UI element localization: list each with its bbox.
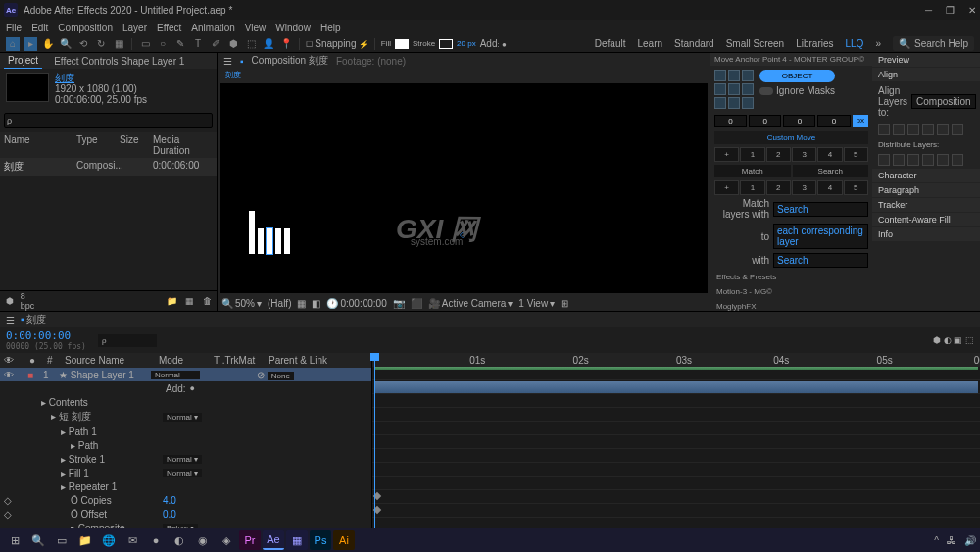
ws-active[interactable]: LLQ (846, 38, 864, 49)
menu-file[interactable]: File (6, 23, 22, 33)
app2-icon[interactable]: ◉ (192, 530, 214, 550)
ae-icon[interactable]: Ae (263, 530, 284, 550)
tl-tab[interactable]: ▪ 刻度 (21, 313, 46, 326)
trash-icon[interactable]: 🗑 (200, 294, 214, 308)
layer-row[interactable]: 👁■ 1 ★ Shape Layer 1 Normal ⊘ None (0, 368, 371, 381)
match-button[interactable]: Match (714, 165, 791, 177)
align-panel[interactable]: Align (872, 68, 980, 81)
tab-footage[interactable]: Footage: (none) (336, 56, 406, 67)
slot-4[interactable]: 4 (817, 147, 842, 162)
dist-4-icon[interactable] (922, 154, 934, 166)
ws-default[interactable]: Default (595, 38, 626, 49)
tray-net-icon[interactable]: 🖧 (947, 535, 956, 546)
comp-name[interactable]: 刻度 (55, 73, 147, 83)
grid-icon[interactable]: ▦ (297, 298, 306, 309)
tray-vol-icon[interactable]: 🔊 (964, 535, 976, 546)
timecode[interactable]: 0:00:00:00 (6, 329, 86, 342)
snap-toggle[interactable]: ☐ Snapping ⚡ (306, 38, 368, 49)
mslot-3[interactable]: 3 (792, 180, 816, 195)
timeline-tracks[interactable]: 01s 02s 03s 04s 05s 06s (372, 353, 980, 531)
shape-bars[interactable] (249, 211, 290, 254)
mail-icon[interactable]: ✉ (122, 530, 143, 550)
brush-tool[interactable]: ✐ (209, 37, 222, 51)
tl-search[interactable]: ρ (98, 334, 157, 347)
to-select[interactable]: each corresponding layer (773, 224, 868, 249)
search-button[interactable]: Search (793, 165, 869, 177)
num-input-2[interactable] (749, 115, 781, 127)
dist-5-icon[interactable] (937, 154, 949, 166)
slot-1[interactable]: 1 (740, 147, 764, 162)
mslot-4[interactable]: 4 (817, 180, 842, 195)
mslot-2[interactable]: 2 (766, 180, 791, 195)
viewer-canvas[interactable]: ◇ GXI 网 system.com (220, 83, 708, 293)
align-bottom-icon[interactable] (952, 124, 963, 135)
align-right-icon[interactable] (907, 124, 919, 135)
start-button[interactable]: ⊞ (4, 530, 25, 550)
text-tool[interactable]: T (191, 37, 205, 51)
ws-more[interactable]: » (875, 38, 881, 49)
ws-small[interactable]: Small Screen (726, 38, 784, 49)
align-hcenter-icon[interactable] (893, 124, 905, 135)
resolution-dropdown[interactable]: (Half) (268, 298, 291, 309)
col-parent[interactable]: Parent & Link (269, 355, 327, 366)
close-button[interactable]: ✕ (968, 5, 976, 16)
property-row[interactable]: ▸ Stroke 1Normal ▾ (0, 452, 371, 466)
new-folder-icon[interactable]: 📁 (165, 294, 178, 308)
col-type[interactable]: Type (76, 134, 116, 156)
tl-icons[interactable]: ⬢ ◐ ▣ ⬚ (933, 335, 974, 345)
snapshot-icon[interactable]: 📷 (393, 298, 405, 309)
premiere-icon[interactable]: Pr (239, 530, 261, 550)
match-layers-input[interactable]: Search (773, 202, 868, 217)
align-top-icon[interactable] (922, 124, 934, 135)
project-item[interactable]: 刻度 Composi... 0:00:06:00 (0, 158, 217, 176)
mslot-5[interactable]: 5 (844, 180, 868, 195)
menu-view[interactable]: View (245, 23, 267, 33)
eraser-tool[interactable]: ⬚ (244, 37, 258, 51)
col-mode[interactable]: Mode (159, 355, 208, 366)
bpc-button[interactable]: 8 bpc (21, 294, 34, 308)
property-row[interactable]: ▸ Repeater 1 (0, 479, 371, 493)
me-icon[interactable]: ▦ (286, 530, 308, 550)
property-row[interactable]: ◇Ö Offset0.0 (0, 507, 371, 521)
paragraph-panel[interactable]: Paragraph (872, 183, 980, 197)
col-trkmat[interactable]: T .TrkMat (214, 355, 263, 366)
dist-6-icon[interactable] (952, 154, 963, 166)
mslot-1[interactable]: 1 (740, 180, 764, 195)
slot-3[interactable]: 3 (792, 147, 816, 162)
viewer-marker-icon[interactable]: ▪ (240, 56, 244, 67)
ellipse-tool[interactable]: ○ (156, 37, 170, 51)
ws-learn[interactable]: Learn (638, 38, 663, 49)
dist-2-icon[interactable] (893, 154, 905, 166)
col-size[interactable]: Size (120, 134, 149, 156)
minimize-button[interactable]: ─ (925, 5, 932, 16)
hand-tool[interactable]: ✋ (41, 37, 55, 51)
effects-presets-section[interactable]: Effects & Presets (710, 270, 872, 284)
selection-tool[interactable]: ▸ (24, 37, 37, 51)
time-ruler[interactable]: 01s 02s 03s 04s 05s 06s (372, 353, 980, 367)
caf-panel[interactable]: Content-Aware Fill (872, 213, 980, 226)
view-opts-icon[interactable]: ⊞ (561, 298, 568, 309)
property-row[interactable]: ▸ Path (0, 438, 371, 452)
breadcrumb[interactable]: 刻度 (218, 69, 710, 81)
property-row[interactable]: ▸ Contents (0, 395, 371, 409)
tracker-panel[interactable]: Tracker (872, 198, 980, 212)
orbit-tool[interactable]: ⟲ (76, 37, 90, 51)
ws-libraries[interactable]: Libraries (796, 38, 833, 49)
align-to-select[interactable]: Composition (911, 94, 976, 109)
anchor-grid[interactable] (714, 70, 754, 109)
ps-icon[interactable]: Ps (310, 530, 331, 550)
interpret-icon[interactable]: ⬢ (3, 294, 17, 308)
menu-edit[interactable]: Edit (31, 23, 48, 33)
pen-tool[interactable]: ✎ (173, 37, 187, 51)
behind-tool[interactable]: ▦ (112, 37, 125, 51)
slot-2[interactable]: 2 (766, 147, 791, 162)
project-search[interactable]: ρ (4, 113, 213, 128)
align-left-icon[interactable] (878, 124, 890, 135)
character-panel[interactable]: Character (872, 169, 980, 182)
rotate-tool[interactable]: ↻ (94, 37, 108, 51)
property-row[interactable]: ◇Ö Copies4.0 (0, 493, 371, 507)
preview-panel[interactable]: Preview (872, 53, 980, 67)
motion3-section[interactable]: Motion-3 - MG© (710, 284, 872, 299)
camera-dropdown[interactable]: 🎥 Active Camera ▾ (428, 298, 514, 309)
col-name[interactable]: Name (4, 134, 73, 156)
